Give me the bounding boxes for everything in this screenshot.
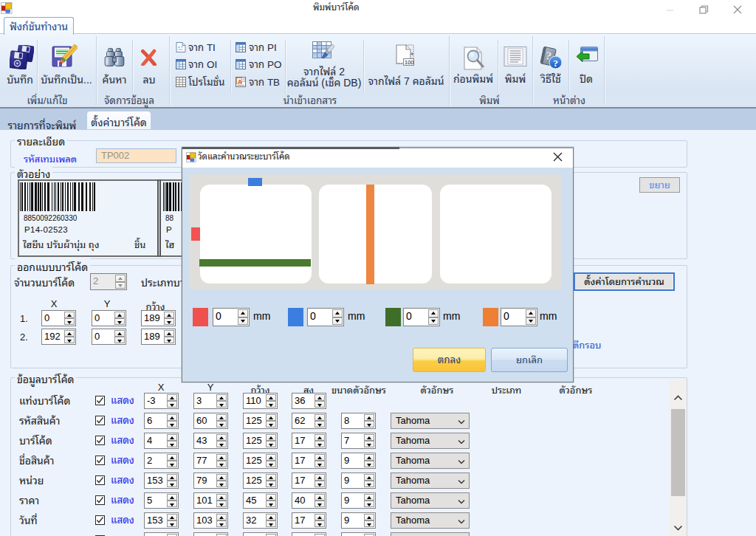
svg-text:100: 100 <box>405 59 414 66</box>
svg-text:?: ? <box>553 58 558 69</box>
svg-text:A: A <box>238 78 242 85</box>
